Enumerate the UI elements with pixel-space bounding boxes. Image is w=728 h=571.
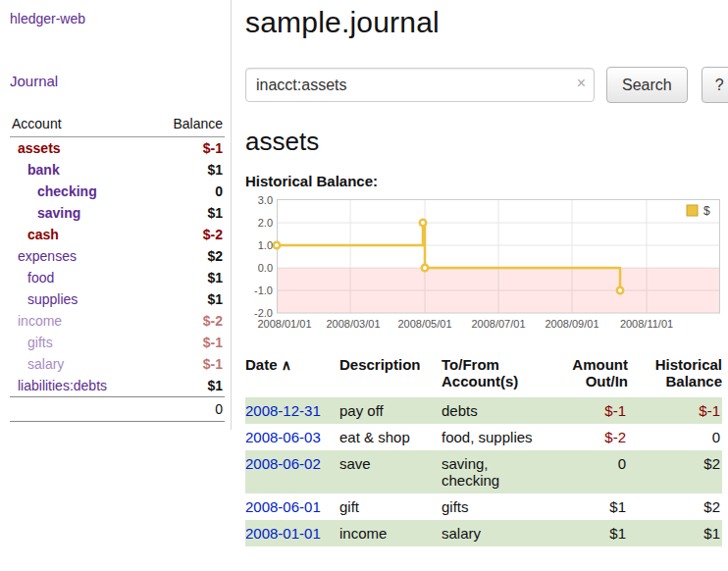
legend-label: $ [703,204,710,218]
account-row-gifts: gifts $-1 [10,332,225,353]
account-row-cash: cash $-2 [10,224,225,245]
app: hledger-web Journal Account Balance asse… [0,0,728,546]
date-header-label: Date [245,356,278,373]
brand-link[interactable]: hledger-web [10,11,85,26]
account-link-salary[interactable]: salary [27,356,64,372]
svg-text:2008/11/01: 2008/11/01 [620,318,673,330]
account-balance: $1 [149,159,225,181]
account-balance: $-1 [149,137,225,160]
account-link-bank[interactable]: bank [27,162,60,178]
svg-text:-1.0: -1.0 [254,285,273,296]
page-title: sample.journal [245,6,728,39]
transaction-balance: 0 [628,424,722,450]
svg-text:2008/01/01: 2008/01/01 [257,318,311,330]
journal-link[interactable]: Journal [10,73,58,89]
negative-region [277,268,720,313]
register-row: 2008-01-01 income salary $1 $1 [245,520,722,546]
account-balance: $1 [149,375,225,397]
transaction-date-link[interactable]: 2008-12-31 [245,402,321,419]
transaction-account: debts [442,397,551,424]
account-row-liabilities-debts: liabilities:debts $1 [10,375,225,397]
transaction-balance: $-1 [628,397,722,424]
account-balance: $-2 [149,310,225,332]
transaction-description: pay off [339,397,442,424]
register-header-balance: Historical Balance [628,354,722,397]
account-link-food[interactable]: food [27,270,54,286]
account-balance: $1 [149,288,225,310]
svg-text:2008/07/01: 2008/07/01 [471,318,525,330]
svg-text:2.0: 2.0 [258,217,273,229]
register-header-account: To/From Account(s) [442,354,551,397]
clear-search-icon[interactable]: × [577,75,586,92]
account-link-expenses[interactable]: expenses [18,248,77,264]
transaction-description: save [339,450,442,493]
chart-title: Historical Balance: [245,173,728,189]
register-header-amount: Amount Out/In [551,354,628,397]
transaction-amount: $-1 [551,397,628,424]
transaction-description: eat & shop [339,424,442,450]
transaction-balance: $2 [628,493,722,520]
account-balance: $-1 [149,332,225,353]
chart-legend: $ [683,202,716,220]
accounts-total-value: 0 [149,397,225,422]
account-row-salary: salary $-1 [10,353,225,375]
transaction-amount: $-2 [551,424,628,450]
register-row: 2008-12-31 pay off debts $-1 $-1 [245,397,722,424]
register-row: 2008-06-03 eat & shop food, supplies $-2… [245,424,722,450]
transaction-account: food, supplies [442,424,551,450]
accounts-total-row: 0 [10,397,225,422]
y-axis-labels: 3.0 2.0 1.0 0.0 -1.0 -2.0 [254,195,273,319]
account-link-supplies[interactable]: supplies [27,291,78,307]
register-header-row: Date ∧ Description To/From Account(s) Am… [245,354,722,397]
account-link-cash[interactable]: cash [27,227,59,242]
transaction-account: saving, checking [442,450,551,493]
legend-swatch [687,205,698,216]
account-row-supplies: supplies $1 [10,288,225,310]
transaction-date-link[interactable]: 2008-06-01 [245,498,321,515]
transaction-description: gift [339,493,442,520]
svg-text:3.0: 3.0 [258,195,273,206]
account-balance: $1 [149,202,225,224]
register-table: Date ∧ Description To/From Account(s) Am… [245,354,722,546]
account-balance: $-2 [149,224,225,245]
account-row-expenses: expenses $2 [10,245,225,267]
sort-ascending-icon: ∧ [282,357,291,373]
account-balance: $2 [149,245,225,267]
transaction-date-link[interactable]: 2008-06-03 [245,429,321,445]
account-link-checking[interactable]: checking [37,183,97,199]
account-row-food: food $1 [10,267,225,288]
register-header-description: Description [339,354,442,397]
account-row-checking: checking 0 [10,181,225,202]
historical-balance-chart: $ 3.0 2.0 1.0 0.0 -1.0 -2.0 2008/01/01 2… [245,195,722,337]
account-link-liabilities-debts[interactable]: liabilities:debts [18,378,107,393]
search-input[interactable] [245,68,595,102]
account-link-income[interactable]: income [18,313,62,329]
register-header-date[interactable]: Date ∧ [245,354,339,397]
search-button[interactable]: Search [606,67,688,103]
search-row: × Search ? [245,67,728,103]
account-row-assets: assets $-1 [10,137,225,160]
account-row-saving: saving $1 [10,202,225,224]
account-link-gifts[interactable]: gifts [27,335,53,350]
svg-text:2008/09/01: 2008/09/01 [545,318,598,330]
help-button[interactable]: ? [702,67,728,103]
transaction-balance: $1 [628,520,722,546]
svg-text:1.0: 1.0 [258,239,273,251]
account-balance: $-1 [149,353,225,375]
brand: hledger-web [10,10,225,27]
search-box: × [245,68,595,102]
accounts-header-balance: Balance [149,112,225,137]
accounts-table: Account Balance assets $-1 bank $1 check… [10,112,225,422]
account-link-saving[interactable]: saving [37,205,80,221]
account-heading: assets [245,127,728,157]
account-link-assets[interactable]: assets [18,140,61,156]
account-row-bank: bank $1 [10,159,225,181]
account-row-income: income $-2 [10,310,225,332]
svg-text:2008/05/01: 2008/05/01 [397,318,451,330]
transaction-date-link[interactable]: 2008-01-01 [245,525,321,542]
transaction-account: gifts [442,493,551,520]
transaction-date-link[interactable]: 2008-06-02 [245,455,321,472]
transaction-balance: $2 [628,450,722,493]
account-balance: 0 [149,181,225,202]
register-row: 2008-06-02 save saving, checking 0 $2 [245,450,722,493]
